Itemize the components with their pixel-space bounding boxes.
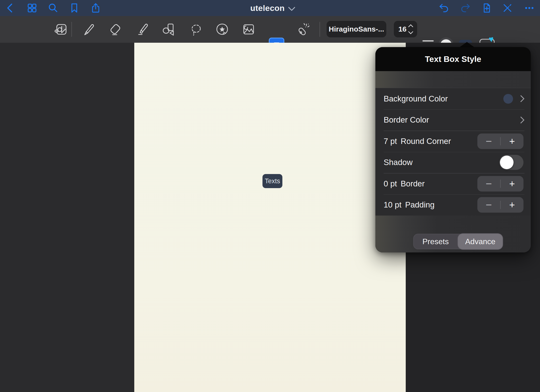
zoom-window-icon [53,22,69,37]
pen-tool-button[interactable] [81,22,96,37]
border-color-label: Border Color [384,115,429,125]
round-corner-row: 7 pt Round Corner − + [375,131,531,152]
border-width-value: 0 pt [384,179,397,188]
padding-stepper: − + [477,197,523,213]
popover-translucent-band [375,71,531,88]
goodnotes-app-window: utelecon [0,0,540,392]
redo-button[interactable] [460,3,471,13]
add-page-icon [481,2,492,14]
chevron-right-icon [517,116,525,124]
eraser-tool-button[interactable] [108,22,123,37]
chevron-right-icon [517,95,525,102]
zoom-window-tool-button[interactable] [53,22,69,37]
highlighter-icon [135,22,150,37]
toolbar-separator [71,22,72,37]
lasso-tool-button[interactable] [188,22,203,37]
sticker-tool-button[interactable] [214,22,230,37]
toggle-knob [500,156,514,169]
font-size-stepper[interactable]: 16 [394,21,417,37]
editing-toolbar: T HiraginoSans-... 16 [0,16,540,43]
padding-value: 10 pt [384,200,401,209]
font-name-label: HiraginoSans-... [329,25,384,33]
popover-header: Text Box Style [375,47,531,71]
popover-footer: Presets Advance [375,216,531,252]
search-button[interactable] [48,3,58,13]
size-up-down-icon [409,25,413,33]
document-title-area: utelecon [0,0,540,16]
pen-icon [81,22,96,37]
lasso-icon [188,22,203,37]
shapes-tool-button[interactable] [161,22,176,37]
laser-pointer-tool-button[interactable] [295,22,311,37]
shadow-label: Shadow [384,158,413,167]
chevron-down-icon [288,4,295,11]
round-corner-stepper: − + [477,133,523,149]
chevron-left-icon [5,3,16,13]
document-title-button[interactable]: utelecon [250,3,294,13]
document-title: utelecon [250,3,285,13]
thumbnails-button[interactable] [27,3,37,13]
search-icon [48,3,58,13]
shadow-row: Shadow [375,152,531,173]
stepper-divider [500,137,501,145]
more-options-button[interactable] [524,3,535,13]
align-left-icon [422,40,434,42]
laser-pointer-icon [295,22,311,37]
canvas-background-left [0,43,134,392]
padding-row: 10 pt Padding − + [375,194,531,216]
toolbar-separator [320,22,320,37]
text-box-style-popover: Text Box Style Background Color Border C… [375,47,531,252]
segment-advance-selected[interactable]: Advance [458,234,503,249]
border-width-stepper: − + [477,176,523,192]
image-tool-button[interactable] [241,22,256,37]
segment-presets[interactable]: Presets [413,234,458,249]
back-button[interactable] [5,3,16,13]
background-color-label: Background Color [384,94,448,103]
image-icon [241,22,256,37]
font-name-button[interactable]: HiraginoSans-... [327,21,386,37]
add-page-button[interactable] [481,3,492,13]
border-width-label: Border [401,179,425,188]
padding-label: Padding [405,200,434,209]
shapes-icon [161,22,176,37]
top-navigation-bar: utelecon [0,0,540,16]
bookmark-button[interactable] [69,3,80,13]
redo-icon [460,2,471,14]
popover-arrow [459,42,474,47]
round-corner-value: 7 pt [384,137,397,146]
eraser-icon [108,22,123,37]
round-corner-label: Round Corner [401,137,451,146]
text-box-content: Texts [265,177,280,185]
font-size-value: 16 [398,25,406,33]
ellipsis-icon [524,2,535,14]
style-settings-list: Background Color Border Color 7 pt Round… [375,88,531,216]
notebook-page[interactable] [134,43,406,392]
background-color-row[interactable]: Background Color [375,88,531,109]
stepper-divider [500,180,501,188]
canvas-text-box[interactable]: Texts [262,174,282,188]
bookmark-icon [69,3,80,13]
stepper-divider [500,201,501,209]
popover-title: Text Box Style [425,54,481,64]
crossed-pencil-icon [502,2,513,14]
sticker-star-icon [214,22,230,37]
shadow-toggle-off[interactable] [499,155,523,170]
share-button[interactable] [90,3,101,13]
grid-icon [27,3,37,13]
undo-button[interactable] [439,3,449,13]
highlighter-tool-button[interactable] [135,22,150,37]
share-icon [90,3,101,13]
presets-advance-segmented-control: Presets Advance [413,234,503,249]
border-color-row[interactable]: Border Color [375,109,531,131]
background-color-swatch [503,94,513,104]
end-editing-button[interactable] [502,3,513,13]
border-width-row: 0 pt Border − + [375,173,531,194]
undo-icon [439,2,449,14]
